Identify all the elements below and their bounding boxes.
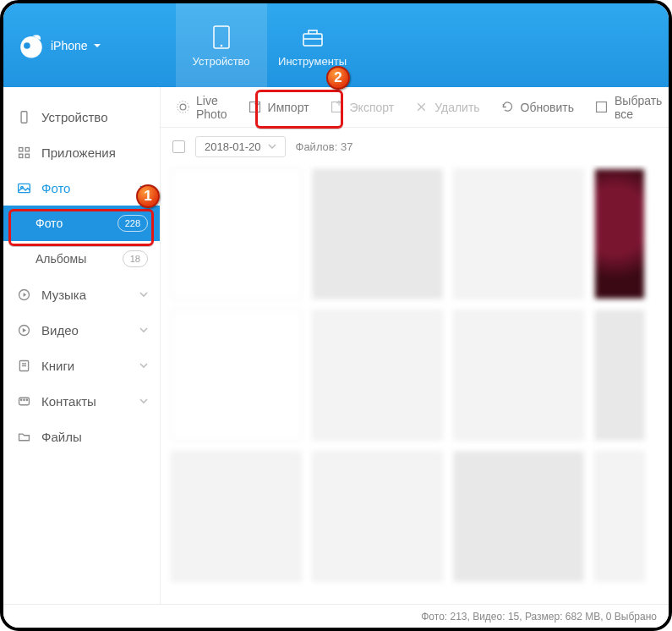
chevron-down-icon [268, 142, 276, 151]
sidebar-subitem-photo[interactable]: Фото 228 [3, 206, 160, 241]
device-label: iPhone [51, 39, 88, 52]
svg-point-3 [220, 45, 222, 47]
status-bar: Фото: 213, Видео: 15, Размер: 682 MB, 0 … [3, 604, 669, 628]
refresh-button[interactable]: Обновить [490, 95, 584, 119]
file-count-label: Файлов: 37 [296, 140, 353, 153]
sidebar-item-label: Книги [41, 359, 74, 373]
selectall-label: Выбрать все [615, 94, 662, 121]
svg-rect-11 [21, 111, 27, 123]
svg-point-1 [24, 42, 30, 49]
delete-button[interactable]: Удалить [404, 95, 489, 119]
sidebar-item-label: Видео [41, 323, 79, 337]
folder-icon [17, 430, 31, 444]
tab-device[interactable]: Устройство [176, 3, 267, 87]
sidebar-item-apps[interactable]: Приложения [3, 134, 160, 170]
tablet-icon [207, 23, 236, 52]
app-logo-icon [17, 31, 46, 60]
svg-point-7 [178, 102, 189, 113]
photo-thumb[interactable] [453, 451, 584, 582]
status-text: Фото: 213, Видео: 15, Размер: 682 MB, 0 … [421, 611, 657, 623]
count-badge: 18 [123, 250, 148, 267]
svg-rect-14 [19, 154, 23, 157]
selectall-button[interactable]: Выбрать все [584, 89, 672, 126]
sidebar-item-label: Музыка [41, 288, 86, 302]
import-label: Импорт [268, 101, 309, 114]
photo-thumb[interactable] [453, 168, 584, 299]
refresh-icon [500, 100, 515, 114]
contacts-icon [17, 394, 31, 409]
sidebar-item-video[interactable]: Видео [3, 312, 160, 348]
tab-device-label: Устройство [193, 55, 250, 68]
sidebar-item-device[interactable]: Устройство [3, 99, 160, 134]
video-icon [17, 323, 31, 337]
date-value: 2018-01-20 [205, 140, 261, 153]
livephoto-icon [176, 100, 190, 114]
chevron-down-icon [139, 397, 148, 405]
sidebar-item-contacts[interactable]: Контакты [3, 383, 160, 419]
svg-point-25 [24, 399, 25, 400]
photo-thumb[interactable] [312, 310, 443, 441]
device-selector[interactable]: iPhone [3, 3, 120, 87]
select-all-checkbox[interactable] [172, 140, 185, 153]
svg-point-26 [26, 399, 27, 400]
sidebar-item-label: Альбомы [36, 252, 86, 266]
photo-thumb[interactable] [594, 168, 645, 299]
chevron-down-icon [139, 290, 148, 299]
svg-point-6 [180, 104, 186, 110]
thumbnail-grid [161, 165, 669, 604]
photo-thumb[interactable] [312, 168, 443, 299]
sidebar-item-books[interactable]: Книги [3, 348, 160, 383]
apps-icon [17, 145, 31, 160]
livephoto-button[interactable]: Live Photo [166, 89, 238, 126]
svg-rect-12 [19, 147, 23, 151]
photo-thumb[interactable] [453, 310, 584, 441]
livephoto-label: Live Photo [196, 94, 227, 121]
book-icon [17, 359, 31, 373]
svg-point-24 [20, 399, 21, 400]
sidebar-item-label: Устройство [41, 110, 107, 124]
sidebar-item-label: Файлы [41, 430, 82, 444]
import-icon [248, 100, 262, 114]
svg-rect-15 [25, 154, 29, 157]
refresh-label: Обновить [521, 101, 574, 114]
toolbar: Live Photo Импорт Экспорт Удалить Обнови… [161, 87, 669, 128]
photo-thumb[interactable] [171, 168, 302, 299]
export-button[interactable]: Экспорт [320, 95, 405, 119]
sidebar-item-label: Контакты [41, 394, 96, 409]
sidebar: Устройство Приложения Фото Фото 228 Альб… [3, 87, 161, 604]
svg-rect-4 [303, 34, 322, 46]
sidebar-subitem-albums[interactable]: Альбомы 18 [3, 241, 160, 277]
music-icon [17, 288, 31, 302]
annotation-badge-1: 1 [136, 184, 160, 208]
delete-icon [414, 100, 429, 114]
annotation-badge-2: 2 [326, 66, 350, 90]
photo-thumb[interactable] [171, 310, 302, 441]
sidebar-item-files[interactable]: Файлы [3, 419, 160, 454]
export-label: Экспорт [350, 101, 395, 114]
photo-thumb[interactable] [594, 451, 645, 582]
delete-label: Удалить [434, 101, 479, 114]
svg-rect-13 [25, 147, 29, 151]
photo-thumb[interactable] [594, 310, 645, 441]
chevron-down-icon [139, 361, 148, 370]
count-badge: 228 [117, 215, 148, 232]
date-filter[interactable]: 2018-01-20 [195, 136, 286, 157]
sidebar-item-music[interactable]: Музыка [3, 277, 160, 312]
toolbox-icon [298, 23, 327, 52]
sidebar-item-label: Фото [36, 217, 63, 230]
photo-thumb[interactable] [312, 451, 443, 582]
chevron-down-icon [139, 326, 148, 334]
sidebar-item-label: Приложения [41, 145, 116, 160]
photo-thumb[interactable] [171, 451, 302, 582]
sidebar-item-label: Фото [41, 181, 70, 195]
phone-icon [17, 110, 31, 124]
chevron-down-icon [93, 41, 101, 50]
checkbox-icon [594, 100, 609, 114]
filter-bar: 2018-01-20 Файлов: 37 [161, 128, 669, 165]
svg-point-0 [20, 36, 42, 57]
svg-rect-9 [331, 102, 341, 112]
svg-rect-10 [597, 102, 607, 112]
export-icon [330, 100, 344, 114]
photo-icon [17, 181, 31, 195]
import-button[interactable]: Импорт [238, 95, 320, 119]
